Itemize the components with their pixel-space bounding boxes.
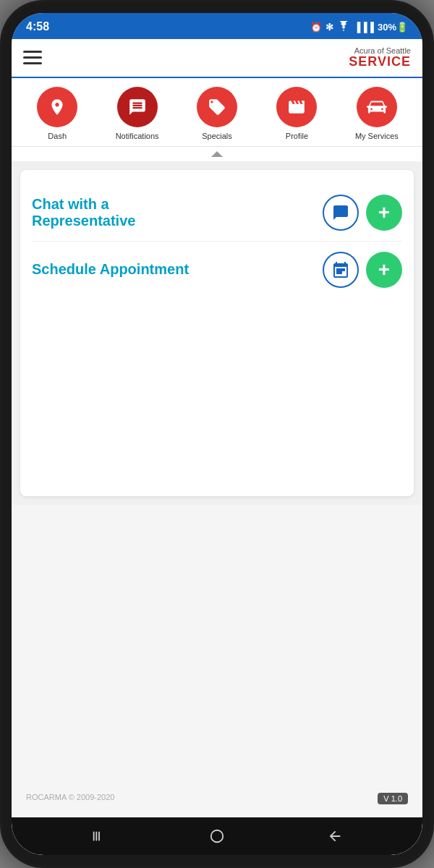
schedule-action-row: Schedule Appointment + [32, 242, 402, 298]
home-nav-button[interactable] [203, 822, 231, 851]
nav-item-notifications[interactable]: Notifications [97, 87, 176, 140]
alarm-icon: ⏰ [310, 22, 322, 33]
menu-button[interactable] [23, 51, 42, 64]
svg-rect-1 [93, 832, 95, 841]
nav-label-notifications: Notifications [116, 132, 159, 140]
svg-rect-3 [98, 832, 100, 841]
nav-item-profile[interactable]: Profile [257, 87, 336, 140]
back-nav-button[interactable] [85, 822, 114, 851]
nav-circle-specials [197, 87, 237, 127]
nav-circle-my-services [357, 87, 397, 127]
brand-logo: Acura of Seattle SERVICE [349, 46, 411, 69]
app-header: Acura of Seattle SERVICE [12, 39, 422, 78]
recent-nav-button[interactable] [320, 822, 349, 851]
chat-label-line1: Chat with a [32, 196, 109, 212]
schedule-label: Schedule Appointment [32, 261, 323, 278]
nav-label-my-services: My Services [355, 132, 399, 140]
schedule-buttons: + [323, 252, 402, 288]
nav-circle-notifications [117, 87, 158, 127]
nav-label-dash: Dash [48, 132, 67, 140]
nav-item-dash[interactable]: Dash [17, 87, 97, 140]
main-content-card: Chat with a Representative + Schedule Ap… [20, 170, 414, 497]
bluetooth-icon: ✻ [326, 22, 333, 33]
brand-title: SERVICE [349, 54, 411, 69]
nav-item-my-services[interactable]: My Services [337, 87, 417, 140]
svg-rect-2 [96, 832, 98, 841]
chat-label-line2: Representative [32, 213, 135, 229]
nav-item-specials[interactable]: Specials [177, 87, 257, 140]
chat-add-button[interactable]: + [366, 195, 402, 231]
status-time: 4:58 [26, 20, 49, 33]
schedule-label-text: Schedule Appointment [32, 261, 189, 277]
nav-bar: Dash Notifications Specials [12, 78, 422, 147]
wifi-icon [337, 21, 350, 33]
chat-buttons: + [323, 195, 402, 231]
copyright-text: ROCARMA © 2009-2020 [26, 793, 114, 804]
calendar-icon-button[interactable] [323, 252, 359, 288]
chat-action-row: Chat with a Representative + [32, 184, 402, 242]
chat-icon-button[interactable] [323, 195, 359, 231]
nav-label-profile: Profile [286, 132, 308, 140]
scroll-indicator [12, 147, 422, 161]
nav-circle-dash [37, 87, 77, 127]
bottom-nav [12, 817, 422, 855]
footer-area: ROCARMA © 2009-2020 V 1.0 [12, 505, 422, 817]
svg-marker-0 [211, 151, 223, 157]
status-bar: 4:58 ⏰ ✻ ▐▐▐ 30%🔋 [12, 13, 422, 39]
signal-icon: ▐▐▐ [354, 22, 374, 33]
nav-circle-profile [276, 87, 317, 127]
footer-text: ROCARMA © 2009-2020 V 1.0 [26, 787, 408, 810]
battery-icon: 30%🔋 [378, 22, 408, 33]
nav-label-specials: Specials [202, 132, 232, 140]
schedule-add-button[interactable]: + [366, 252, 402, 288]
status-icons: ⏰ ✻ ▐▐▐ 30%🔋 [310, 21, 408, 33]
svg-point-4 [211, 830, 224, 843]
chat-label: Chat with a Representative [32, 196, 323, 229]
version-badge: V 1.0 [378, 793, 408, 804]
